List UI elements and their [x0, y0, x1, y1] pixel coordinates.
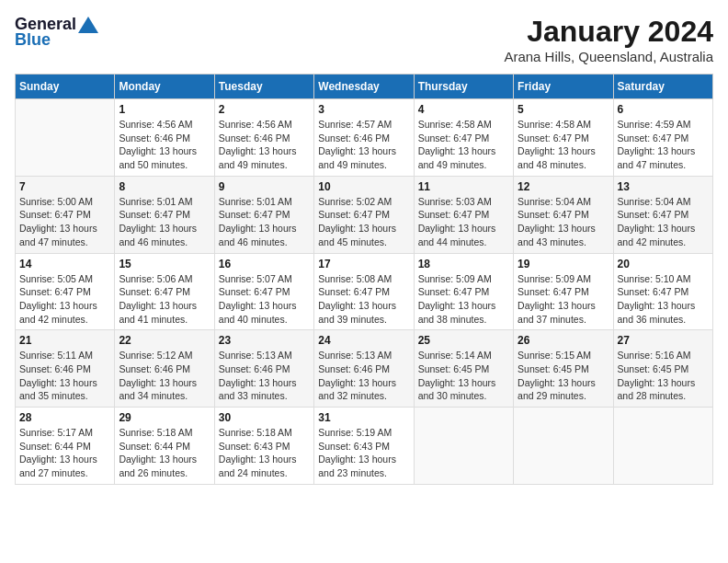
column-header-tuesday: Tuesday	[214, 75, 313, 99]
day-cell: 10Sunrise: 5:02 AM Sunset: 6:47 PM Dayli…	[314, 176, 414, 253]
day-number: 28	[19, 411, 110, 424]
day-info: Sunrise: 5:01 AM Sunset: 6:47 PM Dayligh…	[119, 195, 210, 249]
day-info: Sunrise: 5:01 AM Sunset: 6:47 PM Dayligh…	[219, 195, 310, 249]
column-header-thursday: Thursday	[414, 75, 513, 99]
day-number: 16	[219, 258, 310, 270]
week-row-4: 21Sunrise: 5:11 AM Sunset: 6:46 PM Dayli…	[16, 330, 713, 408]
day-number: 29	[119, 411, 210, 424]
day-number: 15	[119, 258, 210, 270]
day-info: Sunrise: 4:58 AM Sunset: 6:47 PM Dayligh…	[418, 118, 509, 172]
day-info: Sunrise: 4:57 AM Sunset: 6:46 PM Dayligh…	[318, 118, 409, 172]
day-number: 3	[318, 103, 409, 116]
day-cell: 18Sunrise: 5:09 AM Sunset: 6:47 PM Dayli…	[414, 253, 513, 330]
day-cell: 31Sunrise: 5:19 AM Sunset: 6:43 PM Dayli…	[314, 408, 414, 485]
day-cell: 22Sunrise: 5:12 AM Sunset: 6:46 PM Dayli…	[115, 330, 214, 408]
day-number: 14	[19, 258, 110, 270]
day-cell: 24Sunrise: 5:13 AM Sunset: 6:46 PM Dayli…	[314, 330, 414, 408]
day-number: 22	[119, 334, 210, 347]
week-row-2: 7Sunrise: 5:00 AM Sunset: 6:47 PM Daylig…	[16, 176, 713, 253]
header: General Blue January 2024 Arana Hills, Q…	[15, 15, 713, 64]
day-info: Sunrise: 5:00 AM Sunset: 6:47 PM Dayligh…	[19, 195, 110, 249]
day-number: 5	[518, 103, 609, 116]
day-cell	[514, 408, 613, 485]
day-info: Sunrise: 5:07 AM Sunset: 6:47 PM Dayligh…	[219, 272, 310, 327]
day-info: Sunrise: 5:08 AM Sunset: 6:47 PM Dayligh…	[318, 272, 409, 327]
day-number: 13	[618, 180, 709, 193]
day-cell: 9Sunrise: 5:01 AM Sunset: 6:47 PM Daylig…	[214, 176, 313, 253]
logo-icon	[78, 17, 98, 33]
day-info: Sunrise: 5:10 AM Sunset: 6:47 PM Dayligh…	[618, 272, 709, 327]
day-info: Sunrise: 5:12 AM Sunset: 6:46 PM Dayligh…	[119, 349, 210, 403]
day-cell: 19Sunrise: 5:09 AM Sunset: 6:47 PM Dayli…	[514, 253, 613, 330]
day-info: Sunrise: 5:06 AM Sunset: 6:47 PM Dayligh…	[119, 272, 210, 327]
day-info: Sunrise: 5:04 AM Sunset: 6:47 PM Dayligh…	[518, 195, 609, 249]
day-cell: 23Sunrise: 5:13 AM Sunset: 6:46 PM Dayli…	[214, 330, 313, 408]
day-number: 1	[119, 103, 210, 116]
day-info: Sunrise: 5:03 AM Sunset: 6:47 PM Dayligh…	[418, 195, 509, 249]
day-cell	[414, 408, 513, 485]
day-cell: 20Sunrise: 5:10 AM Sunset: 6:47 PM Dayli…	[613, 253, 712, 330]
week-row-3: 14Sunrise: 5:05 AM Sunset: 6:47 PM Dayli…	[16, 253, 713, 330]
day-info: Sunrise: 5:18 AM Sunset: 6:43 PM Dayligh…	[219, 426, 310, 480]
column-header-monday: Monday	[115, 75, 214, 99]
day-cell: 13Sunrise: 5:04 AM Sunset: 6:47 PM Dayli…	[613, 176, 712, 253]
main-title: January 2024	[504, 15, 713, 49]
day-info: Sunrise: 5:11 AM Sunset: 6:46 PM Dayligh…	[19, 349, 110, 403]
day-number: 31	[318, 411, 409, 424]
day-info: Sunrise: 5:04 AM Sunset: 6:47 PM Dayligh…	[618, 195, 709, 249]
svg-marker-0	[78, 17, 98, 33]
column-header-friday: Friday	[514, 75, 613, 99]
calendar-body: 1Sunrise: 4:56 AM Sunset: 6:46 PM Daylig…	[16, 99, 713, 485]
day-number: 6	[618, 103, 709, 116]
day-number: 7	[19, 180, 110, 193]
day-number: 12	[518, 180, 609, 193]
day-info: Sunrise: 5:09 AM Sunset: 6:47 PM Dayligh…	[418, 272, 509, 327]
day-number: 26	[518, 334, 609, 347]
day-cell	[16, 99, 115, 177]
day-number: 10	[318, 180, 409, 193]
day-number: 8	[119, 180, 210, 193]
day-info: Sunrise: 5:13 AM Sunset: 6:46 PM Dayligh…	[318, 349, 409, 403]
logo: General Blue	[15, 15, 98, 50]
day-info: Sunrise: 5:02 AM Sunset: 6:47 PM Dayligh…	[318, 195, 409, 249]
day-cell: 14Sunrise: 5:05 AM Sunset: 6:47 PM Dayli…	[16, 253, 115, 330]
column-header-wednesday: Wednesday	[314, 75, 414, 99]
day-info: Sunrise: 5:15 AM Sunset: 6:45 PM Dayligh…	[518, 349, 609, 403]
day-info: Sunrise: 4:59 AM Sunset: 6:47 PM Dayligh…	[618, 118, 709, 172]
day-number: 2	[219, 103, 310, 116]
day-cell: 6Sunrise: 4:59 AM Sunset: 6:47 PM Daylig…	[613, 99, 712, 177]
day-info: Sunrise: 4:56 AM Sunset: 6:46 PM Dayligh…	[219, 118, 310, 172]
title-area: January 2024 Arana Hills, Queensland, Au…	[504, 15, 713, 64]
day-cell: 12Sunrise: 5:04 AM Sunset: 6:47 PM Dayli…	[514, 176, 613, 253]
day-info: Sunrise: 5:05 AM Sunset: 6:47 PM Dayligh…	[19, 272, 110, 327]
day-cell: 7Sunrise: 5:00 AM Sunset: 6:47 PM Daylig…	[16, 176, 115, 253]
calendar-table: SundayMondayTuesdayWednesdayThursdayFrid…	[15, 74, 713, 485]
day-cell: 4Sunrise: 4:58 AM Sunset: 6:47 PM Daylig…	[414, 99, 513, 177]
day-number: 24	[318, 334, 409, 347]
day-info: Sunrise: 5:18 AM Sunset: 6:44 PM Dayligh…	[119, 426, 210, 480]
day-cell: 28Sunrise: 5:17 AM Sunset: 6:44 PM Dayli…	[16, 408, 115, 485]
day-cell: 27Sunrise: 5:16 AM Sunset: 6:45 PM Dayli…	[613, 330, 712, 408]
day-info: Sunrise: 5:14 AM Sunset: 6:45 PM Dayligh…	[418, 349, 509, 403]
day-cell: 2Sunrise: 4:56 AM Sunset: 6:46 PM Daylig…	[214, 99, 313, 177]
day-cell: 3Sunrise: 4:57 AM Sunset: 6:46 PM Daylig…	[314, 99, 414, 177]
day-number: 21	[19, 334, 110, 347]
day-cell: 16Sunrise: 5:07 AM Sunset: 6:47 PM Dayli…	[214, 253, 313, 330]
day-cell: 17Sunrise: 5:08 AM Sunset: 6:47 PM Dayli…	[314, 253, 414, 330]
day-number: 4	[418, 103, 509, 116]
day-cell: 30Sunrise: 5:18 AM Sunset: 6:43 PM Dayli…	[214, 408, 313, 485]
day-number: 9	[219, 180, 310, 193]
day-number: 25	[418, 334, 509, 347]
day-number: 11	[418, 180, 509, 193]
day-cell: 1Sunrise: 4:56 AM Sunset: 6:46 PM Daylig…	[115, 99, 214, 177]
day-cell: 29Sunrise: 5:18 AM Sunset: 6:44 PM Dayli…	[115, 408, 214, 485]
day-number: 27	[618, 334, 709, 347]
logo-blue-text: Blue	[15, 30, 51, 50]
day-number: 20	[618, 258, 709, 270]
day-info: Sunrise: 5:16 AM Sunset: 6:45 PM Dayligh…	[618, 349, 709, 403]
calendar-header: SundayMondayTuesdayWednesdayThursdayFrid…	[16, 75, 713, 99]
day-info: Sunrise: 5:19 AM Sunset: 6:43 PM Dayligh…	[318, 426, 409, 480]
day-number: 30	[219, 411, 310, 424]
week-row-5: 28Sunrise: 5:17 AM Sunset: 6:44 PM Dayli…	[16, 408, 713, 485]
day-number: 19	[518, 258, 609, 270]
